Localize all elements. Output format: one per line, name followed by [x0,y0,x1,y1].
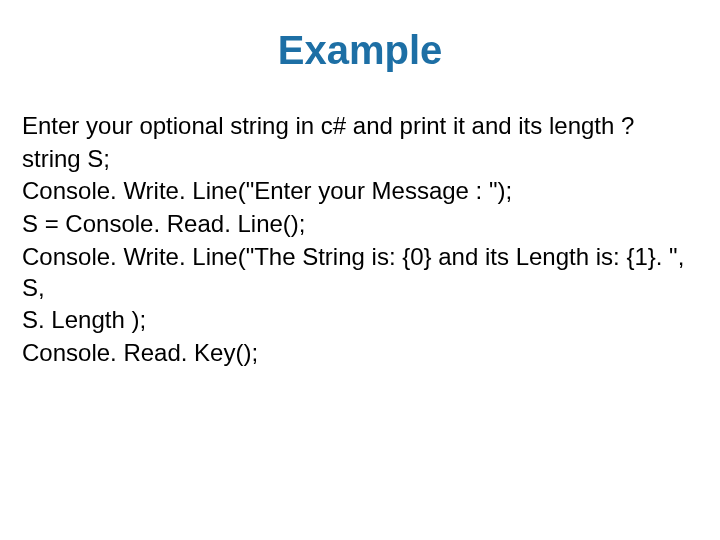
body-line: S. Length ); [22,305,698,336]
body-line: Console. Write. Line("The String is: {0}… [22,242,698,303]
body-line: S = Console. Read. Line(); [22,209,698,240]
body-line: string S; [22,144,698,175]
slide-body: Enter your optional string in c# and pri… [22,111,698,369]
slide: Example Enter your optional string in c#… [0,0,720,540]
body-line: Console. Read. Key(); [22,338,698,369]
body-line: Enter your optional string in c# and pri… [22,111,698,142]
body-line: Console. Write. Line("Enter your Message… [22,176,698,207]
slide-title: Example [22,28,698,73]
